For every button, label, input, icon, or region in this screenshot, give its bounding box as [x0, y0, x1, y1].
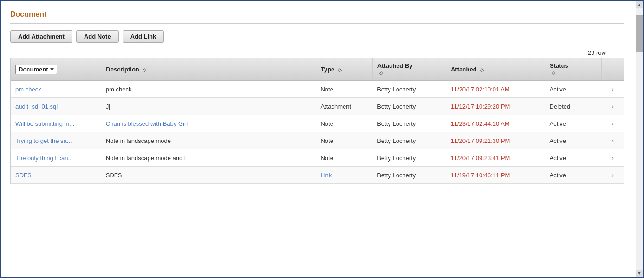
document-link-3[interactable]: Trying to get the sa...	[15, 137, 72, 144]
table-row[interactable]: audit_sd_01.sqlJjjAttachmentBetty Locher…	[11, 98, 624, 115]
cell-attached-by-2: Betty Locherty	[372, 115, 446, 132]
cell-status-4: Active	[545, 149, 602, 167]
th-type[interactable]: Type ◇	[316, 58, 372, 80]
th-status-label: Status	[550, 62, 568, 69]
document-link-5[interactable]: SDFS	[15, 172, 32, 179]
scroll-up-button[interactable]: ▲	[636, 1, 643, 8]
table-row[interactable]: Trying to get the sa...Note in landscape…	[11, 132, 624, 149]
table-header-row: Document Description ◇ Type ◇	[11, 58, 624, 80]
cell-attached-date-4: 11/20/17 09:23:41 PM	[446, 149, 545, 167]
th-attached[interactable]: Attached ◇	[446, 58, 545, 80]
table-row[interactable]: SDFSSDFSLinkBetty Locherty11/19/17 10:46…	[11, 167, 624, 184]
cell-row-arrow-0[interactable]: ›	[601, 80, 624, 98]
cell-row-arrow-3[interactable]: ›	[601, 132, 624, 149]
table-row[interactable]: The only thing I can...Note in landscape…	[11, 149, 624, 167]
cell-document-1: audit_sd_01.sql	[11, 98, 101, 115]
cell-attached-date-2: 11/23/17 02:44:10 AM	[446, 115, 545, 132]
cell-attached-by-0: Betty Locherty	[372, 80, 446, 98]
cell-attached-by-5: Betty Locherty	[372, 167, 446, 184]
cell-status-5: Active	[545, 167, 602, 184]
document-link-4[interactable]: The only thing I can...	[15, 155, 73, 162]
cell-description-0: pm check	[101, 80, 316, 98]
th-document-label: Document	[19, 66, 48, 73]
document-link-2[interactable]: Will be submitting m...	[15, 120, 74, 127]
cell-status-0: Active	[545, 80, 602, 98]
document-link-0[interactable]: pm check	[15, 86, 41, 93]
th-document[interactable]: Document	[11, 58, 101, 80]
page-title: Document	[10, 10, 624, 19]
cell-description-3: Note in landscape mode	[101, 132, 316, 149]
row-count: 29 row	[10, 49, 624, 56]
cell-type-4: Note	[316, 149, 372, 167]
th-attached-label: Attached	[451, 66, 477, 73]
cell-status-1: Deleted	[545, 98, 602, 115]
cell-attached-date-5: 11/19/17 10:46:11 PM	[446, 167, 545, 184]
cell-type-1: Attachment	[316, 98, 372, 115]
cell-description-2: Chan is blessed with Baby Girl	[101, 115, 316, 132]
cell-type-5: Link	[316, 167, 372, 184]
table-row[interactable]: Will be submitting m...Chan is blessed w…	[11, 115, 624, 132]
cell-attached-date-0: 11/20/17 02:10:01 AM	[446, 80, 545, 98]
th-status[interactable]: Status ◇	[545, 58, 602, 80]
cell-row-arrow-5[interactable]: ›	[601, 167, 624, 184]
cell-row-arrow-1[interactable]: ›	[601, 98, 624, 115]
cell-attached-by-4: Betty Locherty	[372, 149, 446, 167]
cell-type-2: Note	[316, 115, 372, 132]
description-sort-icon: ◇	[143, 67, 146, 72]
add-note-button[interactable]: Add Note	[76, 30, 119, 43]
attached-by-sort-icon: ◇	[379, 71, 383, 76]
th-attached-by-label: Attached By	[377, 62, 413, 69]
th-description[interactable]: Description ◇	[101, 58, 316, 80]
cell-document-3: Trying to get the sa...	[11, 132, 101, 149]
documents-table: Document Description ◇ Type ◇	[11, 58, 624, 184]
cell-document-0: pm check	[11, 80, 101, 98]
th-arrow	[601, 58, 624, 80]
document-dropdown-icon[interactable]	[50, 68, 54, 71]
table-body: pm checkpm checkNoteBetty Locherty11/20/…	[11, 80, 624, 184]
cell-document-2: Will be submitting m...	[11, 115, 101, 132]
cell-status-2: Active	[545, 115, 602, 132]
cell-document-5: SDFS	[11, 167, 101, 184]
th-type-label: Type	[321, 66, 334, 73]
cell-type-0: Note	[316, 80, 372, 98]
cell-description-4: Note in landscape mode and l	[101, 149, 316, 167]
th-description-label: Description	[106, 66, 139, 73]
cell-attached-date-1: 11/12/17 10:29:20 PM	[446, 98, 545, 115]
cell-document-4: The only thing I can...	[11, 149, 101, 167]
cell-description-5: SDFS	[101, 167, 316, 184]
cell-attached-by-1: Betty Locherty	[372, 98, 446, 115]
cell-description-1: Jjj	[101, 98, 316, 115]
cell-type-3: Note	[316, 132, 372, 149]
cell-status-3: Active	[545, 132, 602, 149]
description-link-2[interactable]: Chan is blessed with Baby Girl	[106, 120, 188, 127]
add-link-button[interactable]: Add Link	[123, 30, 164, 43]
attached-sort-icon: ◇	[480, 67, 484, 72]
status-sort-icon: ◇	[552, 71, 555, 76]
scrollbar-track: ▲ ▼	[636, 1, 643, 277]
add-attachment-button[interactable]: Add Attachment	[10, 30, 72, 43]
documents-table-wrapper: Document Description ◇ Type ◇	[10, 58, 624, 184]
cell-row-arrow-2[interactable]: ›	[601, 115, 624, 132]
type-link-5[interactable]: Link	[320, 172, 332, 179]
scrollbar-thumb[interactable]	[636, 15, 643, 52]
toolbar: Add Attachment Add Note Add Link	[10, 30, 624, 43]
cell-attached-date-3: 11/20/17 09:21:30 PM	[446, 132, 545, 149]
scroll-down-button[interactable]: ▼	[636, 270, 643, 277]
th-attached-by[interactable]: Attached By ◇	[372, 58, 446, 80]
cell-row-arrow-4[interactable]: ›	[601, 149, 624, 167]
table-row[interactable]: pm checkpm checkNoteBetty Locherty11/20/…	[11, 80, 624, 98]
title-divider	[10, 23, 624, 24]
document-link-1[interactable]: audit_sd_01.sql	[15, 103, 58, 110]
cell-attached-by-3: Betty Locherty	[372, 132, 446, 149]
type-sort-icon: ◇	[338, 67, 342, 72]
